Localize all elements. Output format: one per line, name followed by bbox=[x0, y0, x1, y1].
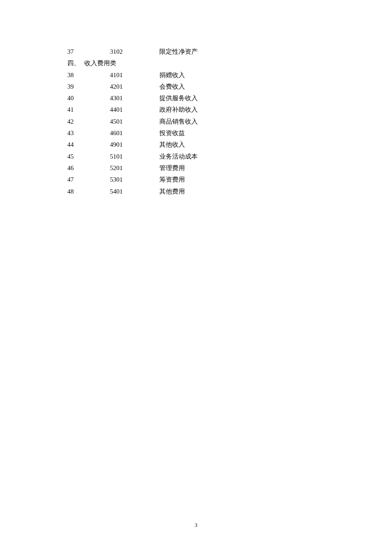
table-row: 42 4501 商品销售收入 bbox=[67, 116, 323, 127]
account-code: 5101 bbox=[84, 151, 131, 162]
table-row: 41 4401 政府补助收入 bbox=[67, 104, 323, 116]
row-number: 42 bbox=[67, 116, 84, 127]
account-code: 3102 bbox=[84, 46, 131, 58]
account-name: 限定性净资产 bbox=[131, 46, 323, 58]
row-number: 37 bbox=[67, 46, 84, 58]
row-number: 47 bbox=[67, 174, 84, 185]
account-code: 4101 bbox=[84, 69, 131, 81]
page-number: 3 bbox=[0, 522, 392, 529]
account-table: 37 3102 限定性净资产 四、 收入费用类 38 4101 捐赠收入 39 … bbox=[67, 46, 323, 197]
row-number: 38 bbox=[67, 69, 84, 81]
account-name: 筹资费用 bbox=[131, 174, 323, 185]
row-number: 45 bbox=[67, 151, 84, 162]
account-name: 政府补助收入 bbox=[131, 104, 323, 116]
row-number: 43 bbox=[67, 127, 84, 139]
row-number: 48 bbox=[67, 186, 84, 197]
account-code: 4301 bbox=[84, 92, 131, 104]
account-code: 5201 bbox=[84, 162, 131, 174]
account-name: 管理费用 bbox=[131, 162, 323, 174]
table-row: 37 3102 限定性净资产 bbox=[67, 46, 323, 58]
table-row: 46 5201 管理费用 bbox=[67, 162, 323, 174]
account-code: 4501 bbox=[84, 116, 131, 127]
row-number: 40 bbox=[67, 92, 84, 104]
account-name: 捐赠收入 bbox=[131, 69, 323, 81]
account-name: 其他收入 bbox=[131, 139, 323, 150]
table-row: 43 4601 投资收益 bbox=[67, 127, 323, 139]
table-row: 45 5101 业务活动成本 bbox=[67, 151, 323, 162]
section-title: 收入费用类 bbox=[84, 58, 116, 69]
account-name: 其他费用 bbox=[131, 186, 323, 197]
section-number: 四、 bbox=[67, 58, 84, 69]
table-row: 39 4201 会费收入 bbox=[67, 81, 323, 92]
account-name: 投资收益 bbox=[131, 127, 323, 139]
account-code: 4601 bbox=[84, 127, 131, 139]
table-row: 38 4101 捐赠收入 bbox=[67, 69, 323, 81]
account-name: 会费收入 bbox=[131, 81, 323, 92]
table-row: 47 5301 筹资费用 bbox=[67, 174, 323, 185]
table-row: 48 5401 其他费用 bbox=[67, 186, 323, 197]
account-code: 5301 bbox=[84, 174, 131, 185]
account-code: 4201 bbox=[84, 81, 131, 92]
account-name: 提供服务收入 bbox=[131, 92, 323, 104]
account-name: 业务活动成本 bbox=[131, 151, 323, 162]
row-number: 39 bbox=[67, 81, 84, 92]
row-number: 44 bbox=[67, 139, 84, 150]
table-row: 40 4301 提供服务收入 bbox=[67, 92, 323, 104]
table-row: 44 4901 其他收入 bbox=[67, 139, 323, 150]
account-code: 4901 bbox=[84, 139, 131, 150]
section-header: 四、 收入费用类 bbox=[67, 58, 323, 69]
account-name: 商品销售收入 bbox=[131, 116, 323, 127]
account-code: 5401 bbox=[84, 186, 131, 197]
account-code: 4401 bbox=[84, 104, 131, 116]
row-number: 46 bbox=[67, 162, 84, 174]
row-number: 41 bbox=[67, 104, 84, 116]
